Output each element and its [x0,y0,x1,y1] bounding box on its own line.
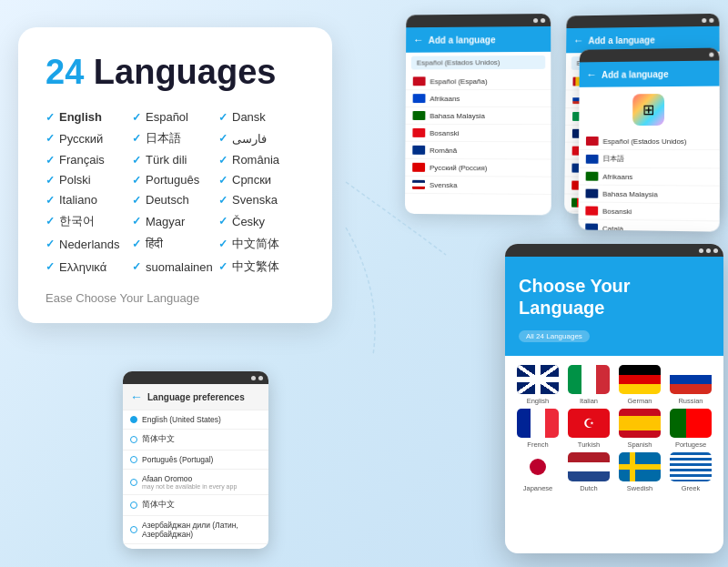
language-name: Русский [59,132,103,146]
language-option: English (United States) [142,415,261,424]
flag-item-portugese[interactable]: Portugese [667,409,714,449]
flag-icon [586,154,599,163]
flag-item-dutch[interactable]: Dutch [565,452,612,492]
list-item[interactable]: Русский (Россия) [405,159,551,177]
language-name: România [232,153,279,167]
add-language-button[interactable]: + Add a language [123,544,268,549]
flag-item-spanish[interactable]: Spanish [616,409,663,449]
status-indicator [709,52,713,56]
language-option: Español (España) [430,77,487,86]
list-item[interactable]: Español (España) [406,73,551,90]
list-item[interactable]: Afaan Oromoo may not be available in eve… [123,470,268,495]
check-icon: ✓ [132,154,141,167]
list-item[interactable]: 日本語 [579,150,720,169]
list-item[interactable]: Català [578,219,719,231]
list-item: ✓ Português [132,173,218,187]
list-item[interactable]: Bosanski [405,125,551,142]
phone-add-language-top2: ← Add a language Español (Estados Unidos… [405,14,551,215]
check-icon: ✓ [218,215,228,228]
list-item[interactable]: Afrikaans [406,90,551,107]
flag-icon [586,172,599,181]
uk-flag-icon [517,365,559,394]
list-item: ✓ Nederlands [46,236,132,252]
language-name: Česky [232,215,265,228]
turkey-flag-icon [568,409,610,438]
list-item[interactable]: Bahasa Malaysia [579,186,720,204]
language-option: Afrikaans [430,95,460,103]
list-item[interactable]: 简体中文 [123,495,268,516]
sweden-flag-icon [619,452,661,481]
flag-item-english[interactable]: English [514,365,561,405]
status-indicator [258,376,263,380]
list-item: ✓ 中文简体 [218,236,305,252]
flag-item-japanese[interactable]: Japanese [514,452,561,492]
list-item[interactable]: English (United States) [123,410,268,430]
flag-item-greek[interactable]: Greek [667,452,714,492]
france-flag-icon [517,409,559,438]
flag-icon [412,146,425,155]
list-item[interactable]: Română [405,142,551,160]
radio-button[interactable] [130,456,137,463]
check-icon: ✓ [218,111,228,124]
russia-flag-icon [670,365,712,394]
flag-item-german[interactable]: German [616,365,663,405]
flag-icon [413,76,426,86]
flag-item-turkish[interactable]: Turkish [565,409,612,449]
language-option: Română [430,146,457,154]
list-item: ✓ हिंदी [132,236,218,252]
radio-button[interactable] [130,479,137,486]
phone-add-language-bottom-right: ← Add a language ⊞ Español (Estados Unid… [578,48,719,232]
language-sub: may not be available in every app [142,483,261,490]
list-item[interactable]: Svenska [405,177,551,195]
check-icon: ✓ [218,194,228,207]
language-name: 中文简体 [232,236,279,252]
list-item[interactable]: Bahasa Malaysia [406,107,551,125]
check-icon: ✓ [46,215,55,228]
flag-item-french[interactable]: French [514,409,561,449]
screen-title: Add a language [602,69,669,80]
back-arrow-icon: ← [586,68,597,81]
list-item[interactable]: 简体中文 [123,430,268,451]
list-item: ✓ 日本語 [132,130,218,147]
list-item[interactable]: Азербайджан дили (Латин, Азербайджан) [123,516,268,544]
check-icon: ✓ [46,194,55,207]
list-item: ✓ Français [46,153,132,167]
list-item[interactable]: Español (Estados Unidos) [579,133,720,150]
screen-title: Add a language [588,35,654,46]
flag-item-swedish[interactable]: Swedish [616,452,663,492]
screen-header: ← Language preferences [123,384,268,410]
language-name: Türk dili [146,153,187,167]
check-icon: ✓ [132,174,141,187]
radio-button[interactable] [130,416,137,423]
check-icon: ✓ [46,260,55,273]
screen-title: Language preferences [147,392,245,402]
radio-button[interactable] [130,526,137,533]
language-option: Afaan Oromoo may not be available in eve… [142,474,261,490]
list-item[interactable]: Português (Portugal) [123,451,268,470]
check-icon: ✓ [132,194,141,207]
search-bar[interactable]: Español (Estados Unidos) [411,56,545,70]
list-item: ✓ Deutsch [132,193,218,207]
list-item: ✓ Dansk [218,110,305,124]
check-icon: ✓ [132,132,141,145]
flag-item-italian[interactable]: Italian [565,365,612,405]
status-indicator [533,18,538,23]
status-indicator [713,248,718,253]
flag-icon [413,111,426,120]
status-indicator [699,248,703,253]
list-item: ✓ 한국어 [46,213,132,229]
languages-grid: ✓ English ✓ Español ✓ Dansk ✓ Русский ✓ … [46,110,305,275]
phone-language-preferences: ← Language preferences English (United S… [123,371,268,549]
list-item[interactable]: Bosanski [578,202,719,221]
status-bar [505,244,723,257]
language-name: Dansk [232,110,266,124]
language-name: Español [146,110,188,124]
add-language-header: ← Add a language [406,26,551,53]
radio-button[interactable] [130,501,137,509]
list-item: ✓ Русский [46,130,132,147]
screen-title: Add a language [429,35,496,45]
flag-item-russian[interactable]: Russian [667,365,714,405]
list-item[interactable]: Afrikaans [579,168,720,187]
radio-button[interactable] [130,436,137,443]
flag-icon [412,163,425,172]
